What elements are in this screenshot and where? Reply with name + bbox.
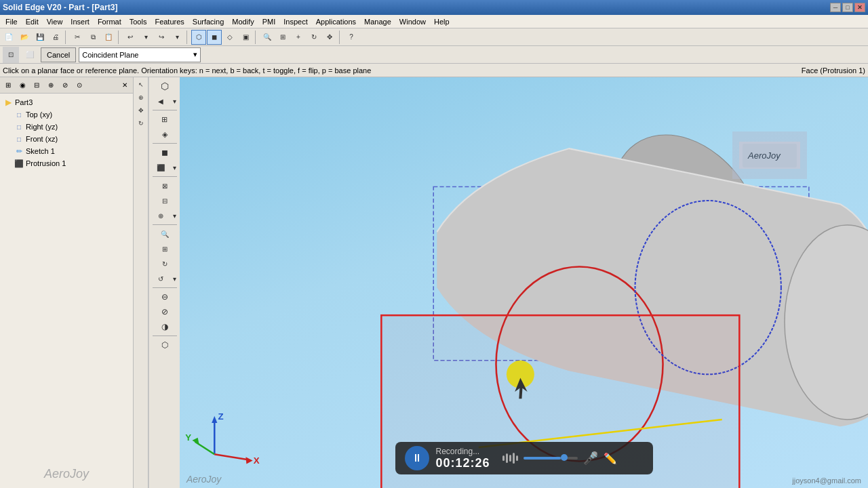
rt-3d-view[interactable]: ◈ — [151, 127, 178, 142]
pause-button[interactable]: ⏸ — [405, 446, 429, 470]
lt-rotate[interactable]: ↻ — [135, 117, 147, 129]
tree-top-xy-label: Top (xy) — [26, 110, 52, 119]
sketch-icon2[interactable]: ⬜ — [22, 47, 38, 63]
menu-surfacing[interactable]: Surfacing — [189, 16, 228, 27]
tree-top-xy[interactable]: □ Top (xy) — [0, 108, 133, 121]
paste-button[interactable]: 📋 — [101, 30, 116, 45]
plane-icon-front: □ — [14, 134, 24, 144]
tree-front-xz[interactable]: □ Front (xz) — [0, 133, 133, 145]
zoom-fit-button[interactable]: ⊞ — [275, 30, 290, 45]
pen-button[interactable]: ✏️ — [604, 452, 617, 465]
panel-toolbar: ⊞ ◉ ⊟ ⊕ ⊘ ⊙ ✕ — [0, 77, 133, 94]
rt-render-drop[interactable]: ▾ — [171, 160, 178, 175]
rt-view-prev[interactable]: ◀ — [151, 94, 170, 108]
rt-rotate3d[interactable]: ↻ — [151, 256, 178, 271]
save-button[interactable]: 💾 — [33, 30, 47, 45]
redo-button[interactable]: ↪ — [154, 30, 169, 45]
rt-tool3[interactable]: ⊕ — [151, 208, 170, 223]
menu-window[interactable]: Window — [395, 16, 430, 27]
menu-inspect[interactable]: Inspect — [279, 16, 311, 27]
rt-tool-drop[interactable]: ▾ — [171, 208, 178, 223]
menu-edit[interactable]: Edit — [22, 16, 43, 27]
volume-slider[interactable] — [524, 457, 578, 460]
menu-format[interactable]: Format — [94, 16, 125, 27]
rt-tool1[interactable]: ⊠ — [151, 178, 178, 193]
rt-isometric[interactable]: ⬡ — [151, 79, 178, 94]
tree-right-yz[interactable]: □ Right (yz) — [0, 121, 133, 133]
menu-help[interactable]: Help — [430, 16, 454, 27]
surface-button[interactable]: ◇ — [222, 30, 237, 45]
menu-view[interactable]: View — [43, 16, 67, 27]
rt-sect3[interactable]: ◑ — [151, 319, 178, 334]
open-button[interactable]: 📂 — [17, 30, 32, 45]
rt-shaded[interactable]: ◼ — [151, 145, 178, 160]
zoom-in-button[interactable]: + — [291, 30, 306, 45]
plane-selector[interactable]: Coincident Plane ▾ — [79, 47, 201, 62]
panel-btn-6[interactable]: ⊙ — [73, 79, 86, 92]
maximize-button[interactable]: □ — [842, 3, 853, 12]
wave-bar-4 — [513, 453, 515, 464]
panel-btn-5[interactable]: ⊘ — [58, 79, 72, 92]
panel-btn-1[interactable]: ⊞ — [1, 79, 15, 92]
cancel-button[interactable]: Cancel — [41, 47, 76, 62]
cut-button[interactable]: ✂ — [70, 30, 85, 45]
minimize-button[interactable]: ─ — [830, 3, 841, 12]
redo-dropdown[interactable]: ▾ — [170, 30, 184, 45]
tree-sketch1-label: Sketch 1 — [26, 147, 55, 155]
pan-button[interactable]: ✥ — [322, 30, 337, 45]
copy-button[interactable]: ⧉ — [85, 30, 100, 45]
rt-rotate2[interactable]: ↺ — [151, 271, 170, 286]
rt-shaded-edge[interactable]: ⬛ — [151, 160, 170, 175]
tree-protrusion1[interactable]: ⬛ Protrusion 1 — [0, 157, 133, 169]
rt-sketch-plane[interactable]: ⊞ — [151, 112, 178, 127]
viewport-brand-left: AeroJoy — [186, 474, 221, 485]
menu-applications[interactable]: Applications — [312, 16, 360, 27]
sheet-button[interactable]: ▣ — [238, 30, 253, 45]
menu-insert[interactable]: Insert — [66, 16, 94, 27]
panel-btn-4[interactable]: ⊕ — [44, 79, 58, 92]
viewport[interactable]: Z Y X AeroJoy ⏸ — [180, 77, 868, 488]
close-button[interactable]: ✕ — [854, 3, 865, 12]
undo-dropdown[interactable]: ▾ — [138, 30, 153, 45]
new-button[interactable]: 📄 — [1, 30, 16, 45]
panel-btn-2[interactable]: ◉ — [16, 79, 29, 92]
rt-nav-drop[interactable]: ▾ — [171, 271, 178, 286]
rt-tool2[interactable]: ⊟ — [151, 193, 178, 208]
svg-marker-7 — [245, 457, 252, 464]
sketch-icon1[interactable]: ⊡ — [3, 47, 19, 63]
menu-features[interactable]: Features — [151, 16, 188, 27]
sketch-button[interactable]: ⬡ — [191, 30, 206, 45]
undo-button[interactable]: ↩ — [123, 30, 138, 45]
feature-button[interactable]: ◼ — [207, 30, 222, 45]
menu-file[interactable]: File — [1, 16, 22, 27]
lt-pan[interactable]: ✥ — [135, 104, 147, 117]
tree-root[interactable]: ▶ Part3 — [0, 96, 133, 108]
plane-dropdown-icon: ▾ — [193, 50, 197, 59]
svg-line-6 — [214, 454, 249, 460]
rt-zoom-fit[interactable]: ⊞ — [151, 241, 178, 256]
zoom-area-button[interactable]: 🔍 — [260, 30, 275, 45]
panel-close[interactable]: ✕ — [118, 79, 132, 92]
volume-thumb[interactable] — [561, 454, 568, 461]
panel-brand: AeroJoy — [0, 467, 133, 481]
menu-pmi[interactable]: PMI — [258, 16, 280, 27]
panel-btn-3[interactable]: ⊟ — [30, 79, 43, 92]
rt-sect2[interactable]: ⊘ — [151, 304, 178, 319]
mic-button[interactable]: 🎤 — [583, 451, 598, 466]
rotate-button[interactable]: ↻ — [307, 30, 321, 45]
rt-render-btn[interactable]: ⬡ — [151, 338, 178, 352]
rt-sect1[interactable]: ⊖ — [151, 289, 178, 304]
menu-manage[interactable]: Manage — [360, 16, 395, 27]
rt-sep1 — [153, 110, 177, 110]
lt-zoom[interactable]: ⊕ — [135, 92, 147, 104]
rt-view-drop[interactable]: ▾ — [171, 94, 178, 108]
lt-select[interactable]: ↖ — [135, 79, 147, 91]
rt-sep4 — [153, 224, 177, 225]
rt-zoom-area[interactable]: 🔍 — [151, 226, 178, 241]
menu-modify[interactable]: Modify — [228, 16, 258, 27]
menu-tools[interactable]: Tools — [125, 16, 151, 27]
tree-sketch1[interactable]: ✏ Sketch 1 — [0, 145, 133, 157]
help-button[interactable]: ? — [344, 30, 359, 45]
print-button[interactable]: 🖨 — [48, 30, 63, 45]
rt-sep6 — [153, 336, 177, 336]
